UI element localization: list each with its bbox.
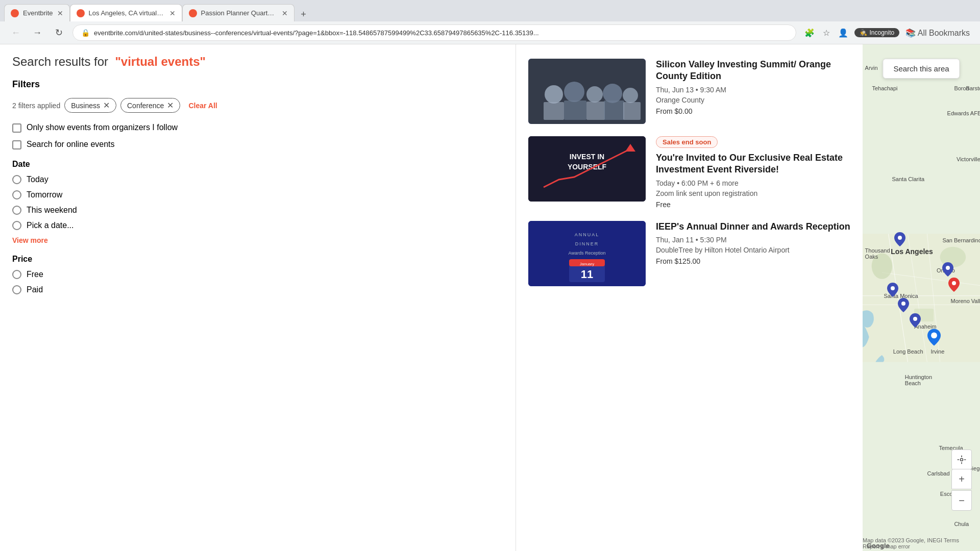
map-label-arvin: Arvin — [865, 65, 878, 71]
map-pin-5[interactable] — [942, 262, 953, 277]
clear-all-button[interactable]: Clear All — [188, 102, 217, 110]
svg-point-38 — [901, 302, 905, 306]
new-tab-button[interactable]: + — [297, 7, 311, 21]
forward-button[interactable]: → — [30, 25, 45, 40]
checkbox-organizers-box[interactable] — [12, 123, 21, 133]
filters-section: Filters 2 filters applied Business ✕ Con… — [12, 79, 503, 294]
svg-rect-10 — [604, 101, 624, 120]
bookmarks-button[interactable]: 📚 All Bookmarks — [903, 26, 972, 40]
zoom-out-button[interactable]: − — [951, 490, 972, 511]
map-label-barstow: Barstow — [966, 85, 980, 91]
profile-button[interactable]: 👤 — [836, 26, 850, 40]
main-layout: Search results for "virtual events" Filt… — [0, 44, 980, 551]
filter-count: 2 filters applied — [12, 102, 60, 110]
search-header: Search results for "virtual events" — [12, 55, 503, 69]
map-pin-2[interactable] — [910, 313, 921, 328]
svg-point-37 — [931, 332, 937, 338]
price-radio-paid[interactable] — [12, 285, 21, 294]
event-title-2[interactable]: You're Invited to Our Exclusive Real Est… — [656, 152, 850, 176]
event-info-1: Silicon Valley Investing Summit/ Orange … — [656, 59, 850, 115]
browser-chrome: Eventbrite ✕ Los Angeles, CA virtual eve… — [0, 0, 980, 44]
tab-la-virtual[interactable]: Los Angeles, CA virtual events... ✕ — [70, 4, 182, 21]
svg-text:DINNER: DINNER — [575, 241, 599, 246]
tab-label-2: Los Angeles, CA virtual events... — [89, 9, 165, 17]
map-pin-3[interactable] — [887, 283, 898, 297]
address-bar[interactable]: 🔒 eventbrite.com/d/united-states/busines… — [72, 24, 796, 41]
filter-chip-business[interactable]: Business ✕ — [64, 98, 116, 113]
date-view-more[interactable]: View more — [12, 236, 503, 244]
map-label-la: Los Angeles — [891, 247, 933, 256]
address-text: eventbrite.com/d/united-states/business-… — [94, 29, 788, 37]
address-bar-row: ← → ↻ 🔒 eventbrite.com/d/united-states/b… — [0, 21, 980, 44]
svg-text:January: January — [580, 262, 594, 266]
filters-title: Filters — [12, 79, 503, 90]
date-radio-tomorrow[interactable] — [12, 190, 21, 199]
extensions-button[interactable]: 🧩 — [802, 26, 817, 40]
map-pin-6[interactable] — [948, 278, 960, 292]
map-label-moreno-valley: Moreno Valley — [951, 298, 981, 304]
date-option-today[interactable]: Today — [12, 175, 503, 184]
tab-close-3[interactable]: ✕ — [282, 9, 288, 17]
price-radio-free[interactable] — [12, 270, 21, 279]
filter-chip-conference[interactable]: Conference ✕ — [120, 98, 180, 113]
filter-chip-business-close[interactable]: ✕ — [103, 101, 110, 110]
map-label-san-bernardino: San Bernardino — [942, 237, 980, 243]
tab-close-1[interactable]: ✕ — [57, 9, 63, 17]
date-radio-pick[interactable] — [12, 221, 21, 230]
map-pin-selected[interactable] — [927, 329, 941, 346]
date-radio-weekend[interactable] — [12, 206, 21, 215]
date-option-weekend[interactable]: This weekend — [12, 206, 503, 215]
search-area-button[interactable]: Search this area — [883, 59, 960, 79]
price-option-free[interactable]: Free — [12, 270, 503, 279]
search-prefix: Search results for — [12, 55, 108, 68]
event-info-2: Sales end soon You're Invited to Our Exc… — [656, 136, 850, 209]
event-card-1[interactable]: Silicon Valley Investing Summit/ Orange … — [528, 59, 850, 124]
tab-eventbrite[interactable]: Eventbrite ✕ — [4, 4, 70, 21]
date-option-tomorrow[interactable]: Tomorrow — [12, 190, 503, 199]
date-label-pick: Pick a date... — [27, 221, 74, 230]
map-label-carlsbad: Carlsbad — [927, 470, 950, 477]
event-image-3: ANNUAL DINNER Awards Reception January 1… — [528, 221, 646, 286]
event-card-2[interactable]: INVEST IN YOURSELF Sales end soon You're… — [528, 136, 850, 209]
event-card-3[interactable]: ANNUAL DINNER Awards Reception January 1… — [528, 221, 850, 286]
checkbox-filters: Only show events from organizers I follo… — [12, 123, 503, 149]
svg-text:11: 11 — [581, 268, 593, 281]
event-title-1[interactable]: Silicon Valley Investing Summit/ Orange … — [656, 59, 850, 83]
incognito-label: Incognito — [869, 29, 894, 36]
checkbox-online[interactable]: Search for online events — [12, 140, 503, 149]
svg-point-5 — [603, 84, 622, 103]
events-list: Silicon Valley Investing Summit/ Orange … — [528, 59, 850, 286]
svg-text:Awards Reception: Awards Reception — [569, 251, 606, 256]
date-label-weekend: This weekend — [27, 206, 77, 215]
tab-passion-planner[interactable]: Passion Planner Quarterly Che... ✕ — [182, 4, 295, 21]
map-label-santa-clarita: Santa Clarita — [892, 176, 925, 182]
date-radio-today[interactable] — [12, 175, 21, 184]
map-attribution-data: Map data ©2023 Google, INEGI Terms Repor… — [863, 537, 976, 549]
refresh-button[interactable]: ↻ — [51, 25, 66, 40]
price-label-free: Free — [27, 270, 43, 279]
checkbox-online-box[interactable] — [12, 140, 21, 149]
tab-close-2[interactable]: ✕ — [169, 9, 176, 17]
bookmark-button[interactable]: ☆ — [821, 26, 832, 40]
date-label-tomorrow: Tomorrow — [27, 190, 62, 199]
price-option-paid[interactable]: Paid — [12, 285, 503, 294]
location-button[interactable] — [951, 449, 972, 470]
filter-chip-conference-close[interactable]: ✕ — [167, 101, 174, 110]
back-button[interactable]: ← — [8, 25, 23, 40]
date-label-today: Today — [27, 175, 48, 184]
event-title-3[interactable]: IEEP's Annual Dinner and Awards Receptio… — [656, 221, 850, 233]
filter-chips: 2 filters applied Business ✕ Conference … — [12, 98, 503, 113]
checkbox-organizers[interactable]: Only show events from organizers I follo… — [12, 123, 503, 133]
svg-point-3 — [564, 82, 584, 102]
search-term: "virtual events" — [115, 55, 206, 68]
date-option-pick[interactable]: Pick a date... — [12, 221, 503, 230]
map-controls: + − — [951, 469, 972, 511]
svg-point-36 — [891, 286, 895, 290]
zoom-in-button[interactable]: + — [951, 469, 972, 489]
map-pin-1[interactable] — [894, 232, 905, 246]
map-pin-4[interactable] — [898, 298, 909, 312]
event-price-2: Free — [656, 201, 850, 209]
event-price-1: From $0.00 — [656, 107, 850, 115]
map-panel: Arvin Tehachapi Boron Edwards AFB Barsto… — [863, 44, 980, 551]
checkbox-organizers-label: Only show events from organizers I follo… — [27, 123, 178, 132]
